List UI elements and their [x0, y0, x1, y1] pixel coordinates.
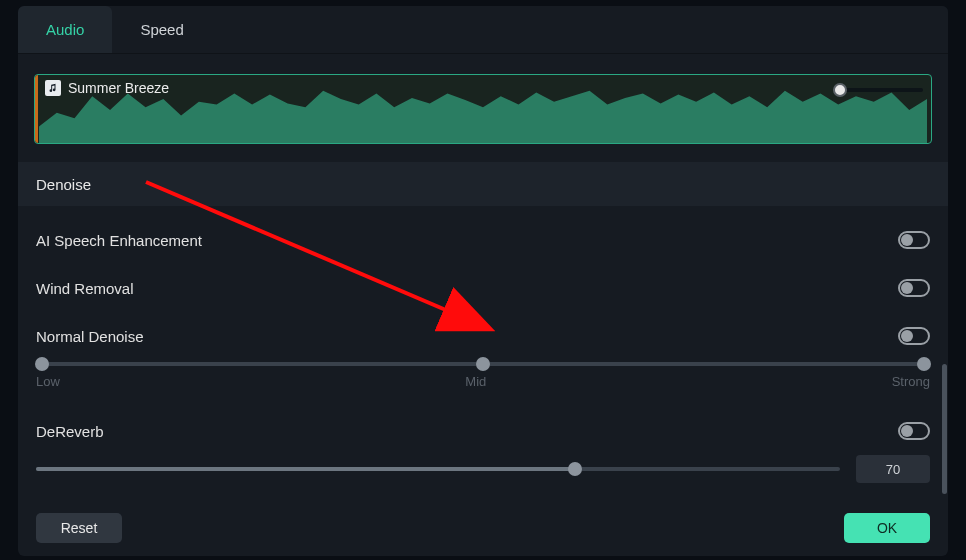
clip-volume-slider[interactable]: [835, 88, 923, 92]
clip-start-handle[interactable]: [35, 75, 38, 143]
dereverb-slider-thumb[interactable]: [568, 462, 582, 476]
row-normal-denoise: Normal Denoise: [36, 312, 930, 360]
section-header-denoise: Denoise: [18, 162, 948, 206]
label-wind-removal: Wind Removal: [36, 280, 134, 297]
slider-tick-labels: Low Mid Strong: [36, 374, 930, 389]
row-ai-speech: AI Speech Enhancement: [36, 216, 930, 264]
clip-header: Summer Breeze: [45, 80, 169, 96]
denoise-controls: AI Speech Enhancement Wind Removal Norma…: [18, 206, 948, 483]
settings-content: Summer Breeze Denoise AI Speech Enhancem…: [18, 54, 948, 500]
audio-clip-preview[interactable]: Summer Breeze: [34, 74, 932, 144]
tab-speed[interactable]: Speed: [112, 6, 211, 53]
dereverb-value[interactable]: 70: [856, 455, 930, 483]
tick-strong: Strong: [892, 374, 930, 389]
label-normal-denoise: Normal Denoise: [36, 328, 144, 345]
toggle-ai-speech[interactable]: [898, 231, 930, 249]
dereverb-slider-fill: [36, 467, 575, 471]
scrollbar-thumb[interactable]: [942, 364, 947, 494]
label-dereverb: DeReverb: [36, 423, 104, 440]
reset-button[interactable]: Reset: [36, 513, 122, 543]
music-note-icon: [45, 80, 61, 96]
toggle-wind-removal[interactable]: [898, 279, 930, 297]
slider-thumb-end[interactable]: [917, 357, 931, 371]
tick-mid: Mid: [465, 374, 486, 389]
ok-button[interactable]: OK: [844, 513, 930, 543]
toggle-normal-denoise[interactable]: [898, 327, 930, 345]
label-ai-speech: AI Speech Enhancement: [36, 232, 202, 249]
audio-settings-panel: Audio Speed Summer Breeze Denoise AI Spe…: [18, 6, 948, 556]
clip-title: Summer Breeze: [68, 80, 169, 96]
footer-actions: Reset OK: [18, 500, 948, 556]
waveform: [39, 88, 927, 143]
toggle-dereverb[interactable]: [898, 422, 930, 440]
slider-track: [36, 362, 930, 366]
tick-low: Low: [36, 374, 60, 389]
row-wind-removal: Wind Removal: [36, 264, 930, 312]
row-dereverb: DeReverb: [36, 407, 930, 455]
normal-denoise-slider[interactable]: Low Mid Strong: [36, 362, 930, 389]
dereverb-slider-row: 70: [36, 455, 930, 483]
slider-thumb-mid[interactable]: [476, 357, 490, 371]
dereverb-slider[interactable]: [36, 467, 840, 471]
slider-thumb-start[interactable]: [35, 357, 49, 371]
tab-bar: Audio Speed: [18, 6, 948, 54]
tab-audio[interactable]: Audio: [18, 6, 112, 53]
clip-volume-thumb[interactable]: [833, 83, 847, 97]
